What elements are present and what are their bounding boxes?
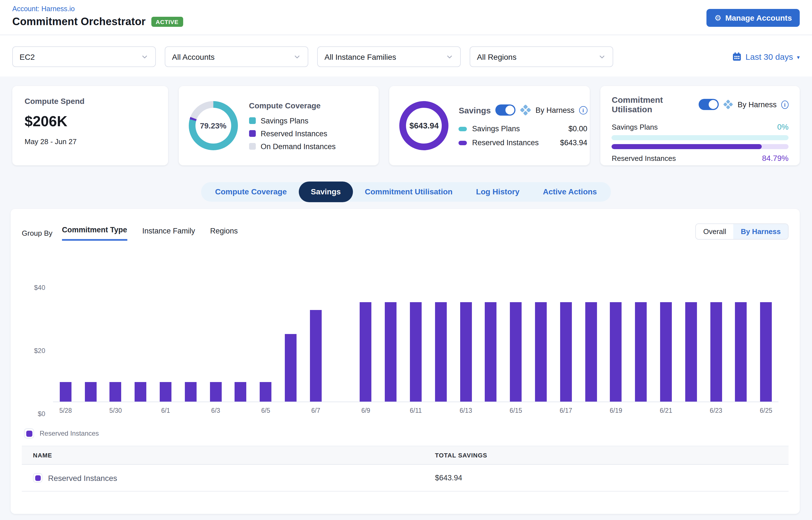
tab-commitment-utilisation[interactable]: Commitment Utilisation: [353, 182, 464, 202]
savings-plans-utilisation-bar: [612, 135, 789, 140]
chart-bar[interactable]: [460, 302, 472, 401]
group-tab-regions[interactable]: Regions: [210, 227, 238, 240]
tab-active-actions[interactable]: Active Actions: [531, 182, 608, 202]
view-by-harness[interactable]: By Harness: [734, 224, 788, 239]
chart-bar-slot: [103, 265, 128, 401]
chart-bar[interactable]: [185, 382, 197, 401]
chart-bar[interactable]: [110, 382, 122, 401]
savings-row-value: $0.00: [569, 125, 587, 133]
chart-bar-slot: [178, 265, 203, 401]
instance-families-select[interactable]: All Instance Families: [317, 46, 461, 67]
chart-bar[interactable]: [760, 302, 772, 401]
instance-families-select-value: All Instance Families: [324, 52, 396, 61]
x-tick-label: 6/9: [353, 407, 378, 414]
chart-bar-slot: [353, 265, 378, 401]
bar-fill: [612, 144, 762, 149]
by-harness-toggle[interactable]: [699, 99, 719, 110]
x-tick-label: 6/13: [453, 407, 479, 414]
chart-bar-slot: [329, 265, 353, 401]
legend-label: Reserved Instances: [261, 129, 327, 138]
date-range-label: Last 30 days: [745, 52, 793, 61]
x-tick-label: [178, 407, 203, 414]
chart-bar[interactable]: [710, 302, 722, 401]
chart-bar[interactable]: [410, 302, 422, 401]
chart-bar-slot: [603, 265, 629, 401]
by-harness-toggle[interactable]: [495, 104, 516, 115]
chart-bar-slot: [528, 265, 553, 401]
column-header-name: NAME: [33, 452, 435, 459]
chart-bar[interactable]: [635, 302, 647, 401]
harness-logo-icon: [520, 104, 531, 115]
chart-bar[interactable]: [510, 302, 522, 401]
x-tick-label: [78, 407, 103, 414]
chart-bar[interactable]: [135, 382, 147, 401]
x-tick-label: 6/5: [253, 407, 279, 414]
chart-bar[interactable]: [260, 382, 272, 401]
chart-bar[interactable]: [610, 302, 622, 401]
chart-bar[interactable]: [685, 302, 697, 401]
chart-bar[interactable]: [235, 382, 246, 401]
filter-bar: EC2 All Accounts All Instance Families A…: [0, 35, 812, 77]
commitment-utilisation-card: Commitment Utilisation By Harness i Savi…: [601, 86, 800, 165]
chevron-down-icon: [598, 53, 606, 60]
group-tab-commitment-type[interactable]: Commitment Type: [62, 226, 127, 241]
x-tick-label: [278, 407, 303, 414]
x-tick-label: 6/3: [203, 407, 229, 414]
chart-bar[interactable]: [585, 302, 597, 401]
page-title: Commitment Orchestrator: [12, 16, 146, 28]
chart-bar[interactable]: [160, 382, 172, 401]
chart-bar[interactable]: [435, 302, 447, 401]
savings-row: Reserved Instances $643.94: [459, 138, 587, 147]
x-tick-label: [329, 407, 353, 414]
regions-select[interactable]: All Regions: [470, 46, 613, 67]
service-select[interactable]: EC2: [12, 46, 156, 67]
info-icon[interactable]: i: [781, 100, 789, 109]
utilisation-row-label: Reserved Instances: [612, 154, 676, 162]
row-checkbox[interactable]: [33, 473, 43, 483]
x-tick-label: 6/7: [303, 407, 329, 414]
savings-table: NAME TOTAL SAVINGS Reserved Instances $6…: [22, 446, 789, 492]
savings-card: $643.94 Savings By Harness i: [390, 86, 590, 165]
chart-bar[interactable]: [310, 310, 322, 401]
chart-bar[interactable]: [210, 382, 221, 401]
chart-bar[interactable]: [560, 302, 572, 401]
table-row[interactable]: Reserved Instances $643.94: [22, 465, 789, 492]
savings-row-label: Savings Plans: [472, 125, 520, 133]
tab-savings[interactable]: Savings: [298, 182, 353, 202]
tab-compute-coverage[interactable]: Compute Coverage: [203, 182, 298, 202]
reserved-instances-checkbox[interactable]: [24, 428, 34, 438]
info-icon[interactable]: i: [579, 106, 587, 114]
date-range-picker[interactable]: Last 30 days ▾: [732, 52, 800, 61]
gear-icon: ⚙: [714, 14, 721, 22]
status-badge: ACTIVE: [151, 17, 183, 27]
chart-bar[interactable]: [535, 302, 547, 401]
savings-title: Savings: [459, 105, 491, 115]
account-link[interactable]: Account: Harness.io: [12, 5, 800, 13]
legend-label: On Demand Instances: [261, 142, 336, 151]
plot-area: [53, 265, 779, 402]
tab-log-history[interactable]: Log History: [464, 182, 531, 202]
manage-accounts-button[interactable]: ⚙ Manage Accounts: [706, 9, 800, 27]
chart-bar[interactable]: [660, 302, 672, 401]
checkbox-fill: [35, 475, 41, 480]
reserved-instances-swatch: [249, 130, 256, 137]
chart-bar[interactable]: [735, 302, 747, 401]
chart-bar[interactable]: [285, 334, 296, 401]
view-overall[interactable]: Overall: [696, 224, 734, 239]
row-total-savings: $643.94: [435, 474, 463, 482]
chart-bar[interactable]: [385, 302, 397, 401]
group-tab-instance-family[interactable]: Instance Family: [142, 227, 195, 240]
utilisation-row-label: Savings Plans: [612, 123, 658, 131]
x-tick-label: 6/1: [153, 407, 178, 414]
chevron-down-icon: [446, 53, 453, 60]
savings-plans-swatch: [249, 117, 256, 124]
compute-coverage-title: Compute Coverage: [249, 101, 369, 110]
chart-bar[interactable]: [85, 382, 96, 401]
chart-bar[interactable]: [360, 302, 372, 401]
chart-bar[interactable]: [60, 382, 72, 401]
accounts-select[interactable]: All Accounts: [165, 46, 308, 67]
utilisation-row: Reserved Instances 84.79%: [612, 154, 789, 162]
chevron-down-icon: [141, 53, 149, 60]
savings-row: Savings Plans $0.00: [459, 125, 587, 133]
chart-bar[interactable]: [485, 302, 497, 401]
